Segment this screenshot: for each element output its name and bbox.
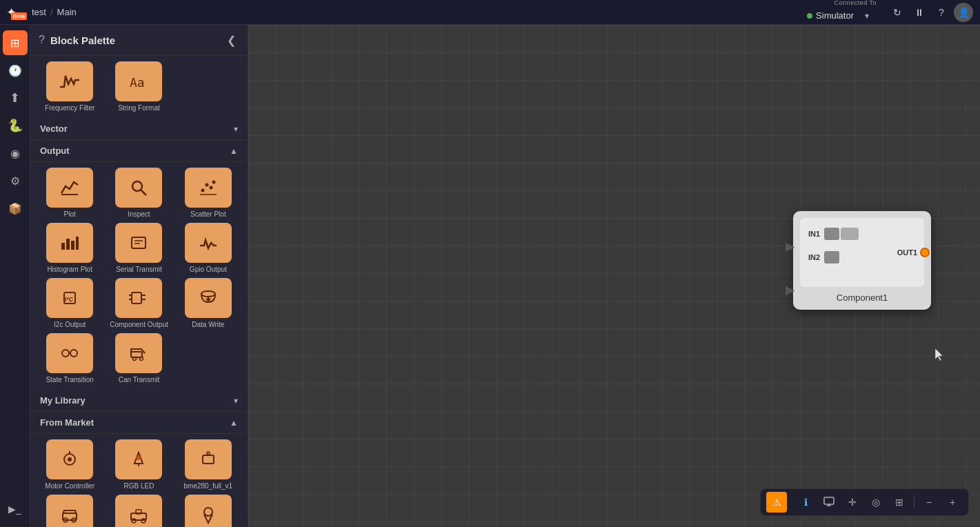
section-from-market-label: From Market: [40, 417, 230, 428]
refresh-btn[interactable]: ↻: [888, 3, 907, 22]
zoom-out-btn[interactable]: −: [919, 492, 939, 513]
simulator-dropdown-btn[interactable]: ▾: [857, 6, 877, 26]
block-item-freq-filter[interactable]: Frequency Filter: [37, 61, 102, 112]
vector-chevron-icon: ▾: [234, 124, 238, 134]
block-item-gpio[interactable]: Gpio Output: [176, 223, 241, 274]
in1-label: IN1: [808, 230, 820, 238]
move-btn[interactable]: ✛: [842, 492, 863, 513]
block-item-scatter[interactable]: Scatter Plot: [176, 168, 241, 219]
nav-icon-history[interactable]: 🕐: [3, 58, 28, 83]
bme280-icon: [185, 439, 232, 479]
user-avatar[interactable]: 👤: [954, 3, 973, 22]
rgb-led-icon: [115, 439, 162, 479]
target-btn[interactable]: ◎: [866, 492, 886, 513]
plot-icon: [46, 168, 93, 208]
block-item-rc-tank[interactable]: RC Tank Receiver: [106, 495, 171, 527]
grid-toggle-btn[interactable]: ⊞: [889, 492, 910, 513]
svg-rect-11: [71, 241, 74, 250]
section-output[interactable]: Output ▲: [30, 140, 248, 162]
nav-icon-terminal[interactable]: ▶_: [3, 497, 28, 521]
in2-port[interactable]: [824, 251, 839, 264]
warning-btn[interactable]: ⚠: [766, 492, 787, 513]
output-blocks-grid: Plot Inspect: [30, 162, 248, 390]
svg-point-26: [70, 350, 77, 357]
section-from-market[interactable]: From Market ▲: [30, 412, 248, 434]
i2c-output-icon: I²C: [46, 278, 93, 318]
zoom-in-icon: +: [950, 497, 955, 508]
info-icon: ℹ: [804, 497, 808, 508]
block-item-state-transition[interactable]: State Transition: [37, 333, 102, 384]
bottom-toolbar: ⚠ ℹ ✛ ◎ ⊞ − +: [760, 488, 969, 516]
block-item-plot[interactable]: Plot: [37, 168, 102, 219]
output-chevron-icon: ▲: [230, 146, 238, 156]
section-vector[interactable]: Vector ▾: [30, 118, 248, 140]
block-item-yahboom[interactable]: Yahboom G1 Tank1: [37, 495, 102, 527]
nmea-gps-icon: [185, 495, 232, 527]
can-transmit-icon: [115, 333, 162, 373]
nav-icon-python[interactable]: 🐍: [3, 113, 28, 138]
section-my-library[interactable]: My Library ▾: [30, 390, 248, 412]
warning-icon: ⚠: [772, 497, 781, 508]
block-item-inspect[interactable]: Inspect: [106, 168, 171, 219]
i2c-label: I2c Output: [54, 321, 86, 329]
beta-badge: Beta: [11, 12, 27, 20]
svg-text:I²C: I²C: [65, 296, 73, 303]
svg-rect-37: [203, 455, 214, 464]
svg-rect-28: [131, 352, 142, 357]
canvas-area[interactable]: ▶ ▶ IN1 IN2 OUT1: [248, 25, 980, 527]
info-btn[interactable]: ℹ: [795, 492, 816, 513]
nav-icon-grid[interactable]: ⊞: [3, 30, 28, 55]
block-item-serial-transmit[interactable]: Serial Transmit: [106, 223, 171, 274]
breadcrumb-page[interactable]: Main: [57, 7, 77, 17]
nav-icon-badge[interactable]: ◉: [3, 141, 28, 166]
block-item-string-format[interactable]: Aa String Format: [106, 61, 171, 112]
my-library-chevron-icon: ▾: [234, 396, 238, 406]
block-item-motor-controller[interactable]: Motor Controller: [37, 439, 102, 490]
component-node[interactable]: IN1 IN2 OUT1 Component1: [793, 211, 931, 310]
target-icon: ◎: [872, 497, 880, 508]
main-body: ⊞ 🕐 ⬆ 🐍 ◉ ⚙ 📦 ▶_ ? Block Palette ❮ Frequ…: [0, 25, 980, 527]
block-item-component-output[interactable]: Component Output: [106, 278, 171, 329]
nav-icon-package[interactable]: 📦: [3, 196, 28, 221]
block-item-rgb-led[interactable]: RGB LED: [106, 439, 171, 490]
monitor-btn[interactable]: [819, 492, 839, 513]
in2-connector-arrow: ▶: [786, 284, 794, 297]
gpio-output-icon: [185, 223, 232, 263]
zoom-in-btn[interactable]: +: [942, 492, 963, 513]
histogram-label: Histogram Plot: [47, 266, 92, 274]
svg-rect-9: [61, 243, 65, 250]
in1-port-ext[interactable]: [841, 228, 859, 240]
nav-icon-upload[interactable]: ⬆: [3, 86, 28, 110]
bme280-label: bme280_full_v1: [184, 482, 233, 490]
help-btn[interactable]: ?: [932, 3, 951, 22]
breadcrumb-app[interactable]: test: [32, 7, 46, 17]
svg-point-46: [204, 508, 212, 516]
cursor: [935, 348, 943, 361]
inspect-label: Inspect: [128, 210, 150, 219]
block-item-histogram[interactable]: Histogram Plot: [37, 223, 102, 274]
histogram-icon: [46, 223, 93, 263]
palette-close-btn[interactable]: ❮: [223, 32, 239, 48]
block-item-bme280[interactable]: bme280_full_v1: [176, 439, 241, 490]
from-market-chevron-icon: ▲: [230, 418, 238, 428]
block-palette-sidebar: ? Block Palette ❮ Frequency Filter Aa St…: [30, 25, 248, 527]
topbar: ✦ Beta test / Main Connected To Simulato…: [0, 0, 980, 25]
topbar-actions: ↻ ⏸ ? 👤: [888, 3, 973, 22]
left-nav: ⊞ 🕐 ⬆ 🐍 ◉ ⚙ 📦 ▶_: [0, 25, 30, 527]
block-item-nmea-gps[interactable]: Nmea GPS 2: [176, 495, 241, 527]
block-item-i2c[interactable]: I²C I2c Output: [37, 278, 102, 329]
zoom-out-icon: −: [926, 497, 932, 508]
block-item-data-write[interactable]: Data Write: [176, 278, 241, 329]
svg-point-5: [205, 183, 208, 187]
toolbar-separator: [914, 495, 914, 509]
motor-controller-icon: [46, 439, 93, 479]
nav-icon-settings[interactable]: ⚙: [3, 168, 28, 193]
gpio-label: Gpio Output: [190, 266, 227, 274]
svg-rect-39: [63, 513, 77, 520]
svg-rect-51: [824, 497, 834, 504]
out1-dot[interactable]: [920, 248, 930, 257]
pause-btn[interactable]: ⏸: [910, 3, 929, 22]
state-transition-icon: [46, 333, 93, 373]
in1-port[interactable]: [824, 228, 839, 240]
block-item-can-transmit[interactable]: Can Transmit: [106, 333, 171, 384]
